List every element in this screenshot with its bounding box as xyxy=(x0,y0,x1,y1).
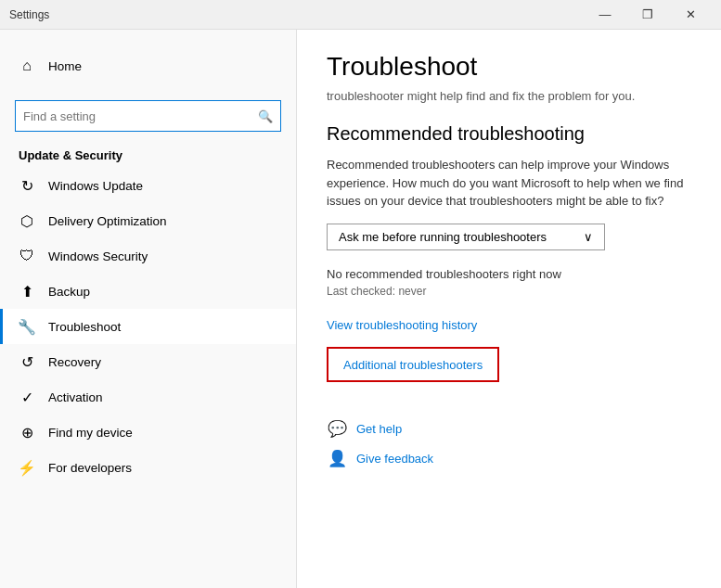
sidebar-item-for-developers[interactable]: ⚡ For developers xyxy=(0,450,296,485)
home-label: Home xyxy=(48,59,82,73)
give-feedback-link[interactable]: Give feedback xyxy=(356,452,433,466)
sidebar-item-label-backup: Backup xyxy=(48,285,90,299)
for-developers-icon: ⚡ xyxy=(19,459,35,476)
troubleshoot-dropdown[interactable]: Ask me before running troubleshooters ∨ xyxy=(327,224,605,250)
dropdown-value: Ask me before running troubleshooters xyxy=(339,230,547,244)
sidebar-item-label-delivery-optimization: Delivery Optimization xyxy=(48,214,167,228)
sidebar-item-recovery[interactable]: ↺ Recovery xyxy=(0,344,296,379)
search-box[interactable]: 🔍 xyxy=(15,100,281,132)
minimize-button[interactable]: — xyxy=(584,0,626,30)
give-feedback-row: 👤 Give feedback xyxy=(327,449,691,469)
no-troubleshooters-text: No recommended troubleshooters right now xyxy=(327,267,691,281)
troubleshoot-icon: 🔧 xyxy=(19,318,35,335)
sidebar: ⌂ Home 🔍 Update & Security ↻ Windows Upd… xyxy=(0,30,297,588)
additional-troubleshooters-box: Additional troubleshooters xyxy=(327,347,499,382)
maximize-button[interactable]: ❐ xyxy=(626,0,669,30)
recommended-description: Recommended troubleshooters can help imp… xyxy=(327,156,691,211)
windows-security-icon: 🛡 xyxy=(19,248,35,264)
sidebar-item-delivery-optimization[interactable]: ⬡ Delivery Optimization xyxy=(0,203,296,238)
app-body: ⌂ Home 🔍 Update & Security ↻ Windows Upd… xyxy=(0,30,721,588)
sidebar-item-windows-security[interactable]: 🛡 Windows Security xyxy=(0,238,296,274)
sidebar-item-label-for-developers: For developers xyxy=(48,461,132,475)
sidebar-item-label-troubleshoot: Troubleshoot xyxy=(48,320,121,334)
sidebar-item-label-windows-security: Windows Security xyxy=(48,249,148,263)
get-help-icon: 💬 xyxy=(327,419,347,440)
view-history-link[interactable]: View troubleshooting history xyxy=(327,318,477,332)
sidebar-item-windows-update[interactable]: ↻ Windows Update xyxy=(0,168,296,203)
recovery-icon: ↺ xyxy=(19,353,35,370)
home-icon: ⌂ xyxy=(19,58,35,74)
windows-update-icon: ↻ xyxy=(19,177,35,194)
sidebar-item-label-activation: Activation xyxy=(48,390,103,404)
search-input[interactable] xyxy=(23,109,258,123)
delivery-optimization-icon: ⬡ xyxy=(19,212,35,229)
sidebar-item-label-find-my-device: Find my device xyxy=(48,426,133,440)
nav-list: ↻ Windows Update ⬡ Delivery Optimization… xyxy=(0,168,296,485)
chevron-down-icon: ∨ xyxy=(584,230,593,244)
titlebar-controls: — ❐ ✕ xyxy=(584,0,712,30)
recommended-title: Recommended troubleshooting xyxy=(327,123,691,145)
sidebar-item-backup[interactable]: ⬆ Backup xyxy=(0,274,296,309)
backup-icon: ⬆ xyxy=(19,283,35,300)
subtitle-text: troubleshooter might help find and fix t… xyxy=(327,89,691,103)
close-button[interactable]: ✕ xyxy=(669,0,712,30)
titlebar: Settings — ❐ ✕ xyxy=(0,0,721,30)
give-feedback-icon: 👤 xyxy=(327,449,347,469)
section-label: Update & Security xyxy=(0,141,296,168)
find-my-device-icon: ⊕ xyxy=(19,424,35,441)
sidebar-item-activation[interactable]: ✓ Activation xyxy=(0,379,296,415)
search-icon: 🔍 xyxy=(258,109,273,123)
sidebar-header: ⌂ Home xyxy=(0,30,296,93)
content-area: Troubleshoot troubleshooter might help f… xyxy=(297,30,721,588)
sidebar-item-label-windows-update: Windows Update xyxy=(48,179,143,193)
get-help-row: 💬 Get help xyxy=(327,419,691,440)
sidebar-item-home[interactable]: ⌂ Home xyxy=(19,48,277,83)
sidebar-item-label-recovery: Recovery xyxy=(48,355,101,369)
page-title: Troubleshoot xyxy=(327,52,691,82)
get-help-link[interactable]: Get help xyxy=(356,422,402,436)
sidebar-item-troubleshoot[interactable]: 🔧 Troubleshoot xyxy=(0,309,296,344)
sidebar-item-find-my-device[interactable]: ⊕ Find my device xyxy=(0,415,296,450)
additional-troubleshooters-link[interactable]: Additional troubleshooters xyxy=(343,358,483,372)
titlebar-title: Settings xyxy=(9,8,49,21)
activation-icon: ✓ xyxy=(19,389,35,405)
last-checked-text: Last checked: never xyxy=(327,285,691,298)
